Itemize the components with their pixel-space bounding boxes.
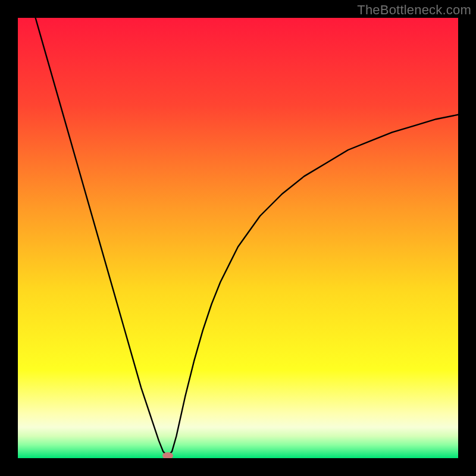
curve-path bbox=[36, 18, 458, 456]
optimal-point-marker bbox=[162, 452, 173, 458]
watermark-label: TheBottleneck.com bbox=[357, 2, 471, 18]
bottleneck-curve bbox=[18, 18, 458, 458]
chart-frame: TheBottleneck.com bbox=[0, 0, 476, 476]
plot-area bbox=[18, 18, 458, 458]
